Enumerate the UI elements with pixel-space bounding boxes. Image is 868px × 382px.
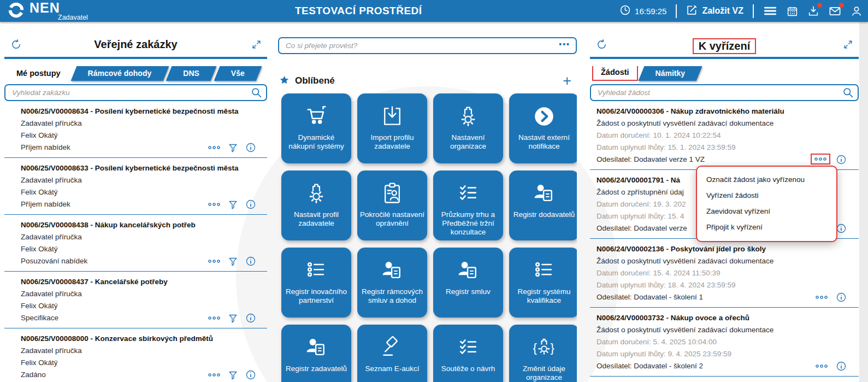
list-item[interactable]: N006/25/V00008437 - Kancelářské potřeby … [4, 272, 267, 328]
info-icon[interactable] [836, 154, 847, 165]
contract-search-input[interactable] [4, 84, 267, 101]
info-icon[interactable] [245, 313, 256, 324]
info-icon[interactable] [245, 256, 256, 267]
tile-registr-systemu-kvalifikace[interactable]: Registr systému kvalifikace [509, 248, 577, 318]
item-line: Žádost o poskytnutí vysvětlení zadávací … [597, 117, 854, 130]
info-icon[interactable] [836, 361, 847, 372]
more-icon[interactable] [815, 295, 828, 300]
item-date: Datum doručení: 5. 4. 2025 10:04:00 [597, 336, 854, 348]
organization-gear-icon [456, 101, 480, 132]
list-item[interactable]: N006/25/V00008633 - Posílení kybernetick… [4, 158, 267, 215]
tile-import-profilu-zadavatele[interactable]: Import profilu zadavatele [357, 93, 427, 163]
requests-tabs: Žádosti Námitky [590, 66, 859, 81]
tile-registr-zadavatelu[interactable]: Registr zadavatelů [281, 325, 351, 382]
create-vz-button[interactable]: Založit VZ [686, 4, 743, 18]
tile-nastavit-profil-zadavatele[interactable]: Nastavit profil zadavatele [281, 171, 351, 240]
tile-nastavit-externi-notifikace[interactable]: Nastavit externí notifikace [509, 93, 577, 163]
list-item[interactable]: N006/24/V00003732 - Nákup ovoce a ořechů… [590, 308, 859, 377]
list-item[interactable]: N006/24/V00002136 - Poskytování jídel pr… [590, 239, 859, 308]
panel-header: K vyřízení [590, 33, 859, 59]
organization-braces-icon: {} [532, 332, 556, 363]
item-line: Felix Okátý [21, 357, 263, 369]
more-icon[interactable] [814, 156, 827, 162]
filter-icon[interactable] [228, 370, 238, 380]
edit-icon [686, 4, 698, 18]
more-icon[interactable] [208, 258, 221, 264]
mail-icon[interactable] [829, 5, 841, 17]
item-status: Posuzování nabídek [21, 255, 87, 267]
menu-icon[interactable] [763, 4, 777, 18]
filter-icon[interactable] [228, 143, 238, 153]
menu-item-oznacit-vyrizenou[interactable]: Označit žádost jako vyřízenou [697, 172, 836, 187]
tile-registr-smluv[interactable]: Registr smluv [433, 248, 503, 318]
scrollbar-track[interactable] [859, 22, 868, 382]
list-item[interactable]: N006/24/V00000306 - Nákup zdravotnického… [590, 101, 859, 170]
tile-pokrocile-nastaveni-opravneni[interactable]: Pokročilé nastavení oprávnění [357, 171, 427, 240]
expand-icon[interactable] [843, 39, 853, 52]
tile-dynamicke-nakupni-systemy[interactable]: Dynamické nákupní systémy [281, 93, 351, 163]
list-item[interactable]: N006/25/V00008634 - Posílení kybernetick… [4, 101, 267, 158]
tile-seznam-e-aukci[interactable]: Seznam E-aukcí [357, 325, 427, 382]
item-title: N006/24/V00002136 - Poskytování jídel pr… [597, 243, 854, 255]
inbox-icon[interactable] [807, 5, 819, 17]
tile-registr-inovacniho-partnerstvi[interactable]: Registr inovačního partnerství [281, 248, 351, 318]
nen-logo[interactable]: NEN Zadavatel [8, 1, 88, 21]
item-sender: Odesílatel: Dodavatel - školení 1 [597, 291, 703, 303]
more-icon[interactable] [815, 363, 828, 369]
tab-zadosti[interactable]: Žádosti [593, 66, 637, 78]
filter-icon[interactable] [228, 313, 238, 324]
tile-zmenit-udaje-organizace[interactable]: {} Změnit údaje organizace [509, 325, 577, 382]
info-icon[interactable] [245, 199, 256, 210]
tab-vse[interactable]: Vše [217, 66, 259, 81]
request-search-input[interactable] [590, 84, 859, 101]
tab-me-postupy[interactable]: Mé postupy [7, 66, 70, 81]
tile-registr-dodavatelu[interactable]: Registr dodavatelů [509, 171, 577, 240]
add-favorite-button[interactable]: + [563, 75, 571, 86]
tile-souteze-o-navrh[interactable]: Soutěže o návrh [433, 325, 503, 382]
more-icon[interactable] [208, 315, 221, 321]
info-icon[interactable] [245, 142, 256, 153]
user-icon[interactable] [851, 5, 863, 17]
tile-registr-ramcovych-smluv[interactable]: Registr rámcových smluv a dohod [357, 248, 427, 318]
calendar-icon[interactable] [787, 5, 798, 17]
annotation-box-title: K vyřízení [693, 38, 756, 54]
menu-item-zaevidovat-vyrizeni[interactable]: Zaevidovat vyřízení [697, 203, 836, 219]
topbar-divider [676, 4, 677, 18]
tile-nastaveni-organizace[interactable]: Nastavení organizace [433, 93, 503, 163]
list-item[interactable]: N006/25/V00008438 - Nákup kancelářských … [4, 215, 267, 272]
checklist-icon [456, 332, 480, 363]
item-line: Felix Okátý [21, 300, 263, 312]
menu-item-pripojit-k-vyrizeni[interactable]: Připojit k vyřízení [697, 219, 836, 235]
filter-icon[interactable] [228, 256, 238, 267]
tab-dns[interactable]: DNS [169, 66, 214, 81]
bullet-list-icon [304, 255, 328, 286]
search-icon[interactable] [842, 87, 854, 101]
info-icon[interactable] [245, 369, 256, 380]
command-search: ••• [278, 37, 577, 54]
more-icon[interactable] [208, 145, 221, 150]
environment-title: TESTOVACÍ PROSTŘEDÍ [295, 5, 422, 17]
tile-pruzkumy-trhu[interactable]: Průzkumy trhu a Předběžné tržní konzulta… [433, 171, 503, 240]
menu-item-vyrizeni-zadosti[interactable]: Vyřízení žádosti [697, 187, 836, 203]
more-options-icon[interactable]: ••• [559, 40, 570, 49]
notification-badge [817, 3, 822, 8]
info-icon[interactable] [836, 292, 847, 303]
organization-gear-icon [304, 178, 328, 209]
tab-ramcove-dohody[interactable]: Rámcové dohody [74, 66, 166, 81]
tab-namitky[interactable]: Námitky [641, 66, 699, 81]
command-input[interactable] [278, 37, 577, 54]
info-icon[interactable] [836, 223, 847, 234]
item-line: Zadavatel příručka [21, 288, 263, 300]
star-icon [279, 75, 290, 87]
annotation-box-more [811, 154, 830, 164]
more-icon[interactable] [208, 372, 221, 378]
cart-icon [304, 101, 329, 132]
person-card-icon [532, 178, 556, 209]
contract-list: N006/25/V00008634 - Posílení kybernetick… [4, 101, 267, 382]
more-icon[interactable] [208, 202, 221, 207]
filter-icon[interactable] [228, 199, 238, 210]
list-item[interactable]: N006/25/V00008000 - Konzervace sbírkovýc… [4, 328, 267, 382]
search-icon[interactable] [251, 87, 262, 101]
context-menu: Označit žádost jako vyřízenou Vyřízení ž… [696, 166, 837, 242]
expand-icon[interactable] [251, 39, 262, 52]
